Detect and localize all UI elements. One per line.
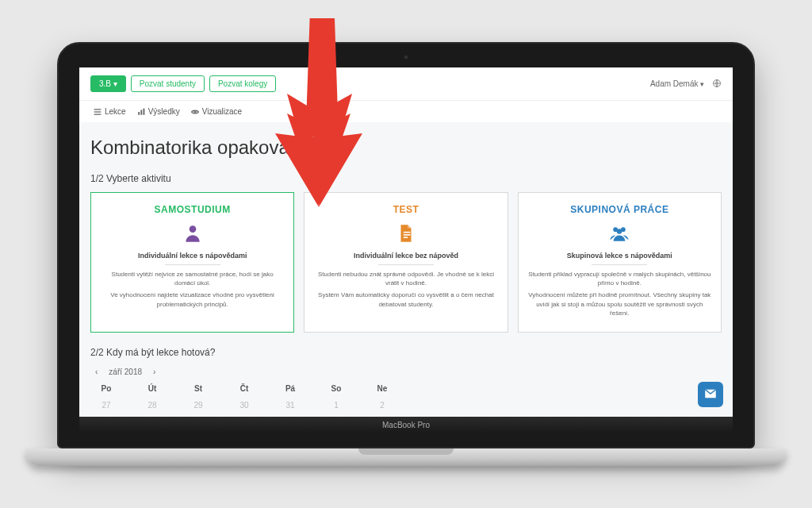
invite-colleagues-button[interactable]: Pozvat kolegy bbox=[209, 75, 276, 92]
laptop-base bbox=[25, 448, 787, 466]
svg-rect-2 bbox=[94, 111, 102, 112]
calendar-day-header: St bbox=[182, 384, 214, 393]
calendar-day-header: Út bbox=[136, 384, 168, 393]
tabs-bar: Lekce Výsledky Vizualizace bbox=[79, 101, 733, 122]
calendar-day[interactable]: 29 bbox=[182, 401, 214, 410]
divider bbox=[378, 264, 434, 265]
card-title: TEST bbox=[314, 204, 497, 215]
tab-label: Lekce bbox=[105, 107, 126, 116]
laptop-brand-label: MacBook Pro bbox=[79, 417, 733, 433]
svg-rect-11 bbox=[404, 237, 408, 238]
tab-lessons[interactable]: Lekce bbox=[94, 107, 126, 116]
card-desc: Ve vyhodnocení najdete vizualizace vhodn… bbox=[101, 291, 284, 308]
tab-results[interactable]: Výsledky bbox=[137, 107, 180, 116]
svg-rect-4 bbox=[138, 112, 140, 115]
svg-point-7 bbox=[193, 110, 196, 113]
card-desc: Systém Vám automaticky doporučí co vysvě… bbox=[314, 291, 497, 308]
tab-visualize[interactable]: Vizualizace bbox=[191, 107, 242, 116]
calendar-day-header: Pá bbox=[274, 384, 306, 393]
card-subtitle: Skupinová lekce s nápovědami bbox=[528, 252, 711, 260]
calendar-day[interactable]: 31 bbox=[274, 401, 306, 410]
svg-rect-6 bbox=[143, 108, 144, 114]
svg-rect-9 bbox=[404, 232, 411, 233]
calendar-day-header: Čt bbox=[228, 384, 260, 393]
calendar-grid: Po Út St Čt Pá So Ne 27 28 29 30 31 1 2 … bbox=[90, 384, 722, 417]
language-icon[interactable] bbox=[712, 79, 722, 90]
invite-students-button[interactable]: Pozvat studenty bbox=[131, 75, 205, 92]
svg-rect-1 bbox=[94, 109, 102, 110]
chat-fab[interactable] bbox=[698, 382, 723, 407]
card-desc: Studenti nebudou znát správné odpovědi. … bbox=[314, 270, 497, 287]
step2-label: 2/2 Kdy má být lekce hotová? bbox=[90, 347, 722, 358]
calendar-day[interactable]: 28 bbox=[136, 401, 168, 410]
prev-month-button[interactable]: ‹ bbox=[90, 366, 102, 378]
step1-label: 1/2 Vyberte aktivitu bbox=[90, 173, 722, 184]
calendar-day-header: Po bbox=[90, 384, 122, 393]
svg-rect-3 bbox=[94, 114, 102, 114]
calendar-month-label: září 2018 bbox=[109, 368, 142, 376]
svg-point-14 bbox=[617, 229, 622, 234]
user-menu[interactable]: Adam Demák bbox=[650, 79, 704, 88]
activity-cards: SAMOSTUDIUM Individuální lekce s nápověd… bbox=[90, 192, 722, 333]
svg-rect-10 bbox=[404, 234, 411, 236]
content-area: Kombinatorika opakování, 3.B 1/2 Vyberte… bbox=[79, 122, 733, 417]
calendar-day[interactable]: 2 bbox=[366, 401, 398, 410]
card-title: SKUPINOVÁ PRÁCE bbox=[528, 204, 711, 215]
calendar-day[interactable]: 1 bbox=[320, 401, 352, 410]
page-title: Kombinatorika opakování, 3.B bbox=[90, 137, 722, 159]
next-month-button[interactable]: › bbox=[148, 366, 160, 378]
group-icon bbox=[528, 223, 711, 245]
divider bbox=[165, 264, 220, 265]
class-switch-button[interactable]: 3.B ▾ bbox=[90, 75, 126, 92]
calendar-day[interactable]: 30 bbox=[228, 401, 260, 410]
document-icon bbox=[314, 223, 497, 245]
card-skupinova[interactable]: SKUPINOVÁ PRÁCE Skupinová lekce s nápově… bbox=[518, 192, 722, 333]
card-samostudium[interactable]: SAMOSTUDIUM Individuální lekce s nápověd… bbox=[90, 192, 294, 333]
svg-point-8 bbox=[189, 225, 196, 233]
divider bbox=[592, 264, 647, 265]
topbar: 3.B ▾ Pozvat studenty Pozvat kolegy Adam… bbox=[79, 67, 733, 101]
tab-label: Výsledky bbox=[148, 107, 180, 116]
card-subtitle: Individuální lekce bez nápověd bbox=[314, 252, 497, 260]
mail-icon bbox=[703, 387, 718, 402]
calendar-day-header: Ne bbox=[366, 384, 398, 393]
card-desc: Vyhodnocení můžete při hodině promítnout… bbox=[528, 291, 711, 318]
card-desc: Studenti vytěží nejvíce ze samostatné pr… bbox=[101, 270, 284, 287]
person-icon bbox=[101, 223, 284, 245]
card-title: SAMOSTUDIUM bbox=[101, 204, 284, 215]
card-test[interactable]: TEST Individuální lekce bez nápověd Stud… bbox=[304, 192, 508, 333]
svg-rect-5 bbox=[140, 110, 142, 114]
calendar-nav: ‹ září 2018 › bbox=[90, 366, 722, 378]
webcam bbox=[404, 55, 408, 60]
calendar-day[interactable]: 27 bbox=[90, 401, 122, 410]
card-desc: Studenti příklad vypracují společně v ma… bbox=[528, 270, 711, 287]
tab-label: Vizualizace bbox=[202, 107, 242, 116]
calendar-day-header: So bbox=[320, 384, 352, 393]
card-subtitle: Individuální lekce s nápovědami bbox=[101, 252, 284, 260]
